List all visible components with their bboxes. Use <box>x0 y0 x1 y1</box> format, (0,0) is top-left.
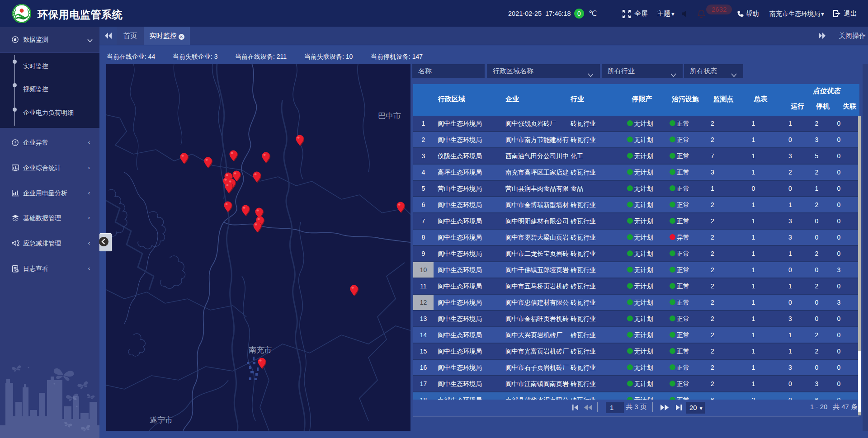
svg-text:南充市: 南充市 <box>249 346 272 354</box>
svg-text:巴中市: 巴中市 <box>378 112 401 120</box>
svg-text:遂宁市: 遂宁市 <box>150 416 173 424</box>
